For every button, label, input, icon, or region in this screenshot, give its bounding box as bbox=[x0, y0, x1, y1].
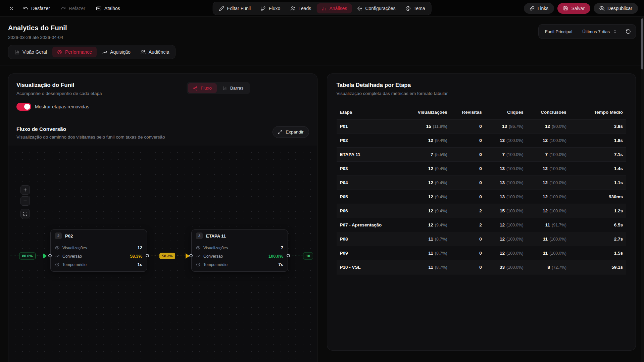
cell-etapa: P08 bbox=[337, 232, 400, 246]
cell-revisitas: 0 bbox=[451, 260, 485, 274]
period-select[interactable]: Últimos 7 dias bbox=[578, 27, 622, 37]
edge-outgoing-label: 10 bbox=[303, 253, 313, 260]
funnel-visualization-card: Visualização do Funil Acompanhe o desemp… bbox=[8, 73, 317, 362]
funnel-card-title: Visualização do Funil bbox=[16, 82, 102, 89]
nav-configuracoes[interactable]: Configurações bbox=[352, 3, 400, 13]
refresh-button[interactable] bbox=[623, 26, 634, 37]
table-row: P0911(8.7%)012(100.0%)11(100.0%)1.5s bbox=[337, 246, 627, 260]
flow-node-etapa-11[interactable]: 3 ETAPA 11 Visualizações 7 bbox=[191, 229, 288, 272]
cell-conclusoes: 12(100.0%) bbox=[527, 162, 570, 176]
cell-conclusoes: 11(100.0%) bbox=[527, 246, 570, 260]
close-button[interactable] bbox=[6, 3, 17, 14]
node-index-badge: 2 bbox=[55, 232, 62, 239]
tab-performance[interactable]: Performance bbox=[52, 47, 97, 57]
zoom-out-button[interactable] bbox=[20, 196, 30, 206]
cell-views: 12(9.4%) bbox=[400, 218, 451, 232]
node-views-row: Visualizações 7 bbox=[196, 244, 283, 252]
node-index-badge: 3 bbox=[196, 232, 203, 239]
steps-table: Etapa Visualizações Revisitas Cliques Co… bbox=[337, 105, 627, 274]
cell-etapa: P06 bbox=[337, 204, 400, 218]
palette-icon bbox=[406, 6, 411, 11]
tab-aquisicao[interactable]: Aquisição bbox=[97, 47, 135, 57]
cell-conclusoes: 12(100.0%) bbox=[527, 176, 570, 190]
cell-etapa: P03 bbox=[337, 162, 400, 176]
table-row: P0412(9.4%)013(100.0%)12(100.0%)1.1s bbox=[337, 176, 627, 190]
col-etapa: Etapa bbox=[337, 105, 400, 119]
cell-cliques: 13(100.0%) bbox=[485, 190, 527, 204]
undo-button[interactable]: Desfazer bbox=[19, 3, 54, 14]
eye-off-icon bbox=[599, 6, 604, 11]
cell-etapa: P10 - VSL bbox=[337, 260, 400, 274]
cell-revisitas: 0 bbox=[451, 134, 485, 148]
cell-tempo: 3.8s bbox=[570, 119, 626, 134]
funnel-select[interactable]: Funil Principal bbox=[540, 27, 577, 37]
unpublish-button[interactable]: Despublicar bbox=[594, 3, 638, 14]
links-button[interactable]: Links bbox=[524, 3, 554, 14]
tab-visao-geral[interactable]: Visão Geral bbox=[10, 47, 52, 57]
cell-conclusoes: 7(100.0%) bbox=[527, 148, 570, 162]
node-output-handle[interactable] bbox=[146, 254, 149, 257]
analytics-tabs: Visão Geral Performance Aquisição Audiên… bbox=[8, 45, 176, 59]
bar-chart-icon bbox=[14, 50, 19, 55]
cell-conclusoes: 12(100.0%) bbox=[527, 190, 570, 204]
nav-analises[interactable]: Análises bbox=[316, 3, 352, 13]
cell-views: 11(8.7%) bbox=[400, 260, 451, 274]
cell-cliques: 13(100.0%) bbox=[485, 134, 527, 148]
page-scrollbar-thumb[interactable] bbox=[641, 18, 643, 69]
nav-tema[interactable]: Tema bbox=[401, 3, 430, 13]
node-conversion-row: Conversão 58.3% bbox=[55, 252, 142, 260]
users-icon bbox=[290, 6, 295, 11]
audience-users-icon bbox=[141, 50, 146, 55]
shortcuts-button[interactable]: Atalhos bbox=[92, 3, 125, 14]
view-mode-switcher: Fluxo Barras bbox=[187, 82, 250, 94]
zoom-in-button[interactable] bbox=[20, 185, 30, 195]
funnel-card-header: Visualização do Funil Acompanhe o desemp… bbox=[8, 74, 317, 119]
cell-tempo: 59.1s bbox=[570, 260, 626, 274]
funnel-card-subtitle: Acompanhe o desempenho de cada etapa bbox=[16, 91, 102, 96]
tab-audiencia[interactable]: Audiência bbox=[136, 47, 174, 57]
page-scrollbar-track[interactable] bbox=[641, 17, 644, 362]
cell-views: 12(9.4%) bbox=[400, 204, 451, 218]
col-conclusoes: Conclusões bbox=[527, 105, 570, 119]
cell-tempo: 930ms bbox=[570, 190, 626, 204]
cell-views: 15(11.8%) bbox=[400, 119, 451, 134]
edge-mid-label: 58.3% bbox=[159, 253, 175, 259]
redo-label: Refazer bbox=[69, 6, 85, 11]
nav-fluxo[interactable]: Fluxo bbox=[256, 3, 285, 13]
fit-view-button[interactable] bbox=[20, 209, 30, 218]
cell-tempo: 1.5s bbox=[570, 246, 626, 260]
refresh-icon bbox=[626, 29, 631, 34]
cell-etapa: P04 bbox=[337, 176, 400, 190]
page-header: Analytics do Funil 2026-03-29 até 2026-0… bbox=[0, 17, 644, 40]
node-views-row: Visualizações 12 bbox=[55, 244, 142, 252]
header-controls: Funil Principal Últimos 7 dias bbox=[538, 24, 636, 39]
page-title-block: Analytics do Funil 2026-03-29 até 2026-0… bbox=[8, 24, 67, 40]
redo-button[interactable]: Refazer bbox=[56, 3, 90, 14]
table-card-subtitle: Visualização completa das métricas em fo… bbox=[337, 91, 627, 96]
flow-title: Fluxo de Conversão bbox=[16, 126, 165, 132]
funnel-card-title-block: Visualização do Funil Acompanhe o desemp… bbox=[16, 82, 102, 96]
save-icon bbox=[563, 6, 568, 11]
view-mode-bars[interactable]: Barras bbox=[217, 83, 249, 93]
cell-revisitas: 0 bbox=[451, 176, 485, 190]
cell-tempo: 1.4s bbox=[570, 162, 626, 176]
nav-leads[interactable]: Leads bbox=[286, 3, 316, 13]
edge-incoming-label: 80.0% bbox=[19, 253, 36, 260]
node-input-handle[interactable] bbox=[189, 254, 193, 257]
expand-button[interactable]: Expandir bbox=[273, 126, 309, 138]
node-output-handle[interactable] bbox=[287, 254, 290, 257]
nav-editar-funil[interactable]: Editar Funil bbox=[214, 3, 255, 13]
cell-etapa: P05 bbox=[337, 190, 400, 204]
flow-canvas[interactable]: 80.0% 58.3% 10 2 P02 bbox=[8, 146, 317, 362]
undo-icon bbox=[23, 6, 28, 11]
save-button[interactable]: Salvar bbox=[557, 3, 590, 14]
table-row: P10 - VSL11(8.7%)033(100.0%)8(72.7%)59.1… bbox=[337, 260, 627, 274]
cell-cliques: 12(100.0%) bbox=[485, 232, 527, 246]
show-removed-steps-toggle[interactable] bbox=[16, 103, 31, 111]
flow-node-p02[interactable]: 2 P02 Visualizações 12 bbox=[50, 229, 147, 272]
view-mode-flow[interactable]: Fluxo bbox=[188, 83, 217, 93]
node-input-handle[interactable] bbox=[48, 254, 52, 257]
cell-cliques: 33(100.0%) bbox=[485, 260, 527, 274]
table-row: P0612(9.4%)215(100.0%)12(100.0%)1.2s bbox=[337, 204, 627, 218]
cell-views: 11(8.7%) bbox=[400, 232, 451, 246]
